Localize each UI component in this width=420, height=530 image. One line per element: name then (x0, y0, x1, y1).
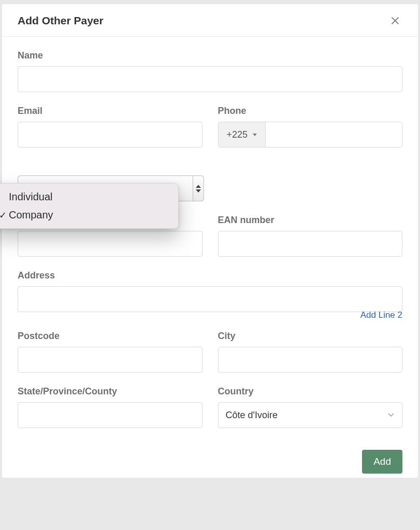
modal-header: Add Other Payer (2, 4, 418, 37)
email-label: Email (18, 106, 202, 116)
name-group: Name (18, 50, 402, 92)
city-label: City (218, 331, 403, 342)
phone-group-wrap: Phone +225 (218, 106, 403, 148)
close-button[interactable] (388, 13, 402, 28)
modal-title: Add Other Payer (18, 14, 104, 27)
city-input[interactable] (218, 347, 403, 373)
add-other-payer-modal: Add Other Payer Name Email Phone (2, 4, 418, 478)
type-dropdown-menu: Individual ✓ Company (0, 183, 179, 229)
state-label: State/Province/County (18, 386, 202, 397)
phone-prefix-select[interactable]: +225 (219, 122, 266, 147)
type-option-individual[interactable]: Individual (0, 188, 178, 206)
phone-label: Phone (218, 106, 403, 116)
country-label: Country (218, 386, 403, 397)
state-input[interactable] (18, 402, 202, 428)
country-value: Côte d'Ivoire (226, 410, 278, 421)
vat-input[interactable] (18, 231, 202, 257)
select-stepper-icon (193, 175, 204, 201)
modal-body: Name Email Phone +225 (2, 37, 418, 444)
phone-prefix-value: +225 (227, 129, 248, 140)
postcode-input[interactable] (18, 347, 202, 373)
country-group: Country Côte d'Ivoire (218, 386, 403, 428)
type-option-company[interactable]: ✓ Company (0, 206, 178, 224)
modal-footer: Add (2, 444, 418, 478)
postcode-group: Postcode (18, 331, 202, 373)
email-input[interactable] (18, 122, 202, 148)
phone-field: +225 (218, 122, 403, 148)
type-option-label: Company (9, 209, 53, 221)
caret-down-icon (253, 134, 257, 136)
close-icon (390, 16, 400, 26)
phone-number-input[interactable] (266, 122, 402, 147)
add-button[interactable]: Add (362, 450, 402, 474)
ean-label: EAN number (218, 215, 403, 226)
postcode-label: Postcode (18, 331, 202, 342)
state-group: State/Province/County (18, 386, 202, 428)
ean-input[interactable] (218, 231, 403, 257)
address-label: Address (18, 270, 402, 281)
name-label: Name (18, 50, 402, 61)
address-input[interactable] (18, 286, 402, 312)
type-option-label: Individual (9, 191, 53, 203)
add-line-2-link[interactable]: Add Line 2 (360, 310, 402, 320)
email-group: Email (18, 106, 202, 148)
check-icon: ✓ (0, 210, 9, 221)
country-select[interactable]: Côte d'Ivoire (218, 402, 403, 428)
name-input[interactable] (18, 66, 402, 92)
city-group: City (218, 331, 403, 373)
address-group: Address (18, 270, 402, 312)
ean-group: EAN number (218, 215, 403, 257)
